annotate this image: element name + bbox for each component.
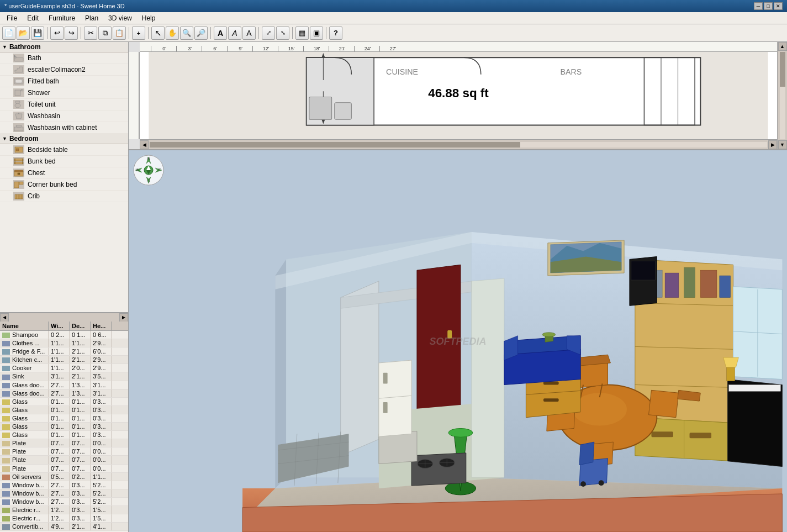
table-row[interactable]: Clothes ...1'1...1'1...2'9... bbox=[0, 339, 128, 347]
table-row[interactable]: Glass0'1...0'1...0'3... bbox=[0, 414, 128, 423]
tree-item-bunk-bed[interactable]: Bunk bed bbox=[0, 156, 128, 167]
plan-hscroll[interactable]: ◀ ▶ bbox=[140, 139, 777, 149]
plan-vscroll[interactable]: ▲ ▼ bbox=[777, 42, 787, 149]
table-row[interactable]: Glass doo...2'7...1'3...3'1... bbox=[0, 381, 128, 389]
table-row[interactable]: Plate0'7...0'7...0'0... bbox=[0, 447, 128, 456]
table-cell: 0'0... bbox=[91, 447, 112, 455]
furniture-tree[interactable]: ▼ Bathroom Bath escalierColimacon2 Fitt bbox=[0, 42, 128, 313]
add-furniture-button[interactable]: + bbox=[132, 27, 145, 40]
close-button[interactable]: ✕ bbox=[774, 2, 783, 10]
text-italic-button[interactable]: A bbox=[228, 27, 241, 40]
table-row[interactable]: Cooker1'1...2'0...2'9... bbox=[0, 364, 128, 372]
menu-edit[interactable]: Edit bbox=[23, 13, 43, 23]
redo-button[interactable]: ↪ bbox=[65, 27, 78, 40]
category-bedroom[interactable]: ▼ Bedroom bbox=[0, 134, 128, 144]
select-button[interactable]: ↖ bbox=[151, 27, 165, 40]
table-cell: 0'1... bbox=[49, 431, 70, 439]
tree-item-bedside-table-label: Bedside table bbox=[28, 146, 68, 154]
col-depth[interactable]: De... bbox=[70, 322, 91, 330]
table-row[interactable]: Plate0'7...0'7...0'0... bbox=[0, 465, 128, 473]
menu-furniture[interactable]: Furniture bbox=[44, 13, 80, 23]
save-button[interactable]: 💾 bbox=[31, 27, 44, 40]
zoom-out-button[interactable]: 🔎 bbox=[194, 27, 208, 40]
table-row[interactable]: Oil servers0'5...0'2...1'1... bbox=[0, 473, 128, 481]
zoom-select-button[interactable]: ⤡ bbox=[276, 27, 289, 40]
table-row[interactable]: Electric r...1'2...0'3...1'5... bbox=[0, 506, 128, 514]
compass[interactable]: N S W E bbox=[133, 155, 164, 186]
vscroll-thumb[interactable] bbox=[780, 52, 785, 87]
maximize-button[interactable]: □ bbox=[764, 2, 773, 10]
col-width[interactable]: Wi... bbox=[49, 322, 70, 330]
plan-svg: CUISINE BARS 46.88 sq ft bbox=[140, 52, 777, 139]
vscroll-down[interactable]: ▼ bbox=[778, 140, 787, 149]
table-row[interactable]: Convertib...4'9...2'1...4'1... bbox=[0, 523, 128, 531]
table-row[interactable]: Glass doo...2'7...1'3...3'1... bbox=[0, 389, 128, 398]
col-height[interactable]: He... bbox=[91, 322, 112, 330]
zoom-in-button[interactable]: 🔍 bbox=[180, 27, 193, 40]
svg-marker-127 bbox=[579, 442, 594, 465]
table-row[interactable]: Plate0'7...0'7...0'0... bbox=[0, 456, 128, 464]
col-name[interactable]: Name bbox=[0, 322, 49, 330]
3d-toggle-button[interactable]: ▣ bbox=[310, 27, 323, 40]
separator-6 bbox=[258, 27, 259, 39]
table-row[interactable]: Window b...2'7...0'3...5'2... bbox=[0, 498, 128, 506]
zoom-fit-button[interactable]: ⤢ bbox=[262, 27, 275, 40]
furniture-table[interactable]: Name Wi... De... He... Shampoo0 2...0 1.… bbox=[0, 322, 128, 531]
tree-item-washbasin[interactable]: Washbasin bbox=[0, 110, 128, 122]
table-row[interactable]: Glass0'1...0'1...0'3... bbox=[0, 423, 128, 431]
table-row[interactable]: Electric r...1'2...0'3...1'5... bbox=[0, 514, 128, 523]
hscroll-thumb[interactable] bbox=[150, 142, 520, 148]
tree-scrollbar[interactable]: ◀ ▶ bbox=[0, 313, 128, 322]
tree-item-chest[interactable]: Chest bbox=[0, 167, 128, 179]
plan-canvas[interactable]: CUISINE BARS 46.88 sq ft bbox=[140, 52, 777, 139]
vscroll-up[interactable]: ▲ bbox=[778, 42, 787, 51]
row-icon bbox=[2, 433, 10, 438]
pan-button[interactable]: ✋ bbox=[166, 27, 179, 40]
text-size-button[interactable]: A bbox=[242, 27, 256, 40]
help-button[interactable]: ? bbox=[329, 27, 342, 40]
table-row[interactable]: Plate0'7...0'7...0'0... bbox=[0, 439, 128, 447]
table-row[interactable]: Glass0'1...0'1...0'3... bbox=[0, 431, 128, 439]
new-button[interactable]: 📄 bbox=[2, 27, 15, 40]
hscroll-right[interactable]: ▶ bbox=[768, 140, 777, 149]
tree-item-fitted-bath[interactable]: Fitted bath bbox=[0, 76, 128, 87]
menu-file[interactable]: File bbox=[2, 13, 22, 23]
view3d[interactable]: N S W E SOFTPEDIA bbox=[129, 150, 787, 532]
table-row[interactable]: Shampoo0 2...0 1...0 6... bbox=[0, 331, 128, 339]
text-button[interactable]: A bbox=[214, 27, 227, 40]
scroll-right-btn[interactable]: ▶ bbox=[119, 313, 128, 322]
tree-item-bedside-table[interactable]: Bedside table bbox=[0, 144, 128, 156]
hscroll-left[interactable]: ◀ bbox=[140, 140, 149, 149]
tree-item-crib[interactable]: Crib bbox=[0, 191, 128, 202]
tree-item-escalier[interactable]: escalierColimacon2 bbox=[0, 64, 128, 76]
plan-area[interactable]: 0' 3' 6' 9' 12' 15' 18' 21' 24' 27' bbox=[129, 42, 787, 150]
menu-plan[interactable]: Plan bbox=[81, 13, 103, 23]
tree-item-bath[interactable]: Bath bbox=[0, 52, 128, 64]
menu-help[interactable]: Help bbox=[138, 13, 160, 23]
plan-toggle-button[interactable]: ▦ bbox=[295, 27, 309, 40]
vscroll-track[interactable] bbox=[780, 52, 785, 139]
hscroll-track[interactable] bbox=[150, 142, 767, 148]
tree-item-corner-bunk-bed[interactable]: Corner bunk bed bbox=[0, 179, 128, 191]
table-row[interactable]: Glass0'1...0'1...0'3... bbox=[0, 406, 128, 414]
tree-item-toilet[interactable]: Toilet unit bbox=[0, 99, 128, 110]
cut-button[interactable]: ✂ bbox=[84, 27, 97, 40]
table-row[interactable]: Glass0'1...0'1...0'3... bbox=[0, 398, 128, 406]
open-button[interactable]: 📂 bbox=[17, 27, 30, 40]
category-bathroom[interactable]: ▼ Bathroom bbox=[0, 42, 128, 52]
table-row[interactable]: Window b...2'7...0'3...5'2... bbox=[0, 481, 128, 489]
table-row[interactable]: Window b...2'7...0'3...5'2... bbox=[0, 489, 128, 498]
undo-button[interactable]: ↩ bbox=[50, 27, 64, 40]
copy-button[interactable]: ⧉ bbox=[98, 27, 112, 40]
minimize-button[interactable]: ─ bbox=[754, 2, 763, 10]
table-row[interactable]: Sink3'1...2'1...3'5... bbox=[0, 372, 128, 381]
tree-item-washbasin-cabinet[interactable]: Washbasin with cabinet bbox=[0, 122, 128, 134]
paste-button[interactable]: 📋 bbox=[113, 27, 126, 40]
table-cell: Window b... bbox=[0, 481, 49, 489]
table-row[interactable]: Fridge & F...1'1...2'1...6'0... bbox=[0, 347, 128, 356]
scroll-left-btn[interactable]: ◀ bbox=[0, 313, 9, 322]
table-row[interactable]: Kitchen c...1'1...2'1...2'9... bbox=[0, 356, 128, 364]
separator-1 bbox=[47, 27, 47, 39]
tree-item-shower[interactable]: Shower bbox=[0, 87, 128, 99]
menu-3dview[interactable]: 3D view bbox=[104, 13, 136, 23]
